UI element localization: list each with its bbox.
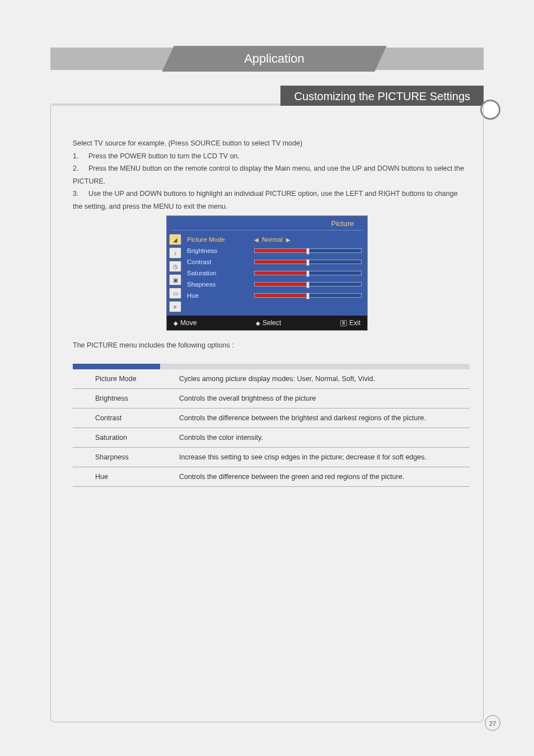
osd-row-contrast: Contrast [187,256,362,267]
option-name: Hue [95,473,179,481]
step-1: 1.Press the POWER button to turn the LCD… [73,150,467,163]
osd-label-hue: Hue [187,292,249,299]
osd-value-picture-mode: ◀ Normal ▶ [254,236,362,243]
slider-hue [254,293,362,298]
tab-header: Application [0,48,534,70]
osd-icon-column: ◢ ♪ ◷ ▣ ▭ ≡ [167,231,185,316]
options-header-bar [73,364,470,369]
option-name: Sharpness [95,453,179,461]
step-3: 3.Use the UP and DOWN buttons to highlig… [73,187,467,213]
osd-footer: ◆Move ◆Select ⅢExit [167,316,367,330]
picture-icon: ◢ [169,234,181,245]
step-2: 2.Press the MENU button on the remote co… [73,162,467,187]
option-desc: Controls the difference between the brig… [179,414,470,422]
option-name: Brightness [95,395,179,402]
option-row: Picture Mode Cycles among picture displa… [73,369,470,389]
updown-icon: ◆ [174,320,178,326]
clock-icon: ◷ [169,261,181,272]
slider-contrast [254,260,362,264]
option-icon: ▣ [169,274,181,285]
screen-icon: ▭ [169,288,181,299]
section-title: Customizing the PICTURE Settings [280,86,484,106]
option-row: Sharpness Increase this setting to see c… [73,448,470,467]
slider-shapness [254,282,362,287]
option-name: Contrast [95,414,179,422]
osd-row-saturation: Saturation [187,267,362,279]
option-row: Hue Controls the difference between the … [73,467,470,487]
option-name: Picture Mode [95,375,179,383]
osd-label-saturation: Saturation [187,270,249,276]
option-name: Saturation [95,434,179,442]
osd-label-contrast: Contrast [187,259,249,265]
footer-move: ◆Move [174,319,196,327]
tab-title: Application [174,48,375,70]
osd-row-brightness: Brightness [187,245,362,256]
option-row: Contrast Controls the difference between… [73,408,470,428]
section-header: Customizing the PICTURE Settings [50,104,484,106]
osd-row-picture-mode: Picture Mode ◀ Normal ▶ [187,234,362,245]
option-desc: Controls the difference between the gree… [179,473,470,481]
menu-icon: Ⅲ [340,320,347,326]
osd-rows: Picture Mode ◀ Normal ▶ Brightness Contr… [185,231,367,316]
options-table: Picture Mode Cycles among picture displa… [73,364,470,487]
option-desc: Cycles among picture display modes: User… [179,375,470,383]
osd-panel: Picture ◢ ♪ ◷ ▣ ▭ ≡ Picture Mode ◀ Norma… [166,215,368,331]
slider-saturation [254,271,362,275]
leftright-icon: ◆ [256,320,260,326]
footer-select: ◆Select [213,319,324,327]
left-arrow-icon: ◀ [254,237,259,243]
osd-row-shapness: Shapness [187,279,362,290]
osd-body: ◢ ♪ ◷ ▣ ▭ ≡ Picture Mode ◀ Normal ▶ Brig… [167,231,367,316]
osd-label-brightness: Brightness [187,247,249,254]
footer-exit: ⅢExit [340,319,360,327]
sound-icon: ♪ [169,247,181,259]
option-desc: Controls the overall brightness of the p… [179,395,470,402]
right-arrow-icon: ▶ [286,237,291,243]
osd-label-picture-mode: Picture Mode [187,236,249,243]
option-row: Brightness Controls the overall brightne… [73,389,470,408]
list-icon: ≡ [169,301,181,312]
slider-brightness [254,248,362,253]
instructions-lead: Select TV source for example. (Press SOU… [73,137,467,150]
page-number: 27 [485,715,500,731]
osd-label-shapness: Shapness [187,281,249,288]
osd-row-hue: Hue [187,290,362,301]
option-row: Saturation Controls the color intensity. [73,428,470,448]
osd-title: Picture [167,216,367,230]
option-desc: Increase this setting to see crisp edges… [179,453,470,461]
instructions: Select TV source for example. (Press SOU… [73,137,467,213]
options-intro: The PICTURE menu includes the following … [73,341,234,349]
osd-mode-value: Normal [262,236,283,243]
option-desc: Controls the color intensity. [179,434,470,442]
